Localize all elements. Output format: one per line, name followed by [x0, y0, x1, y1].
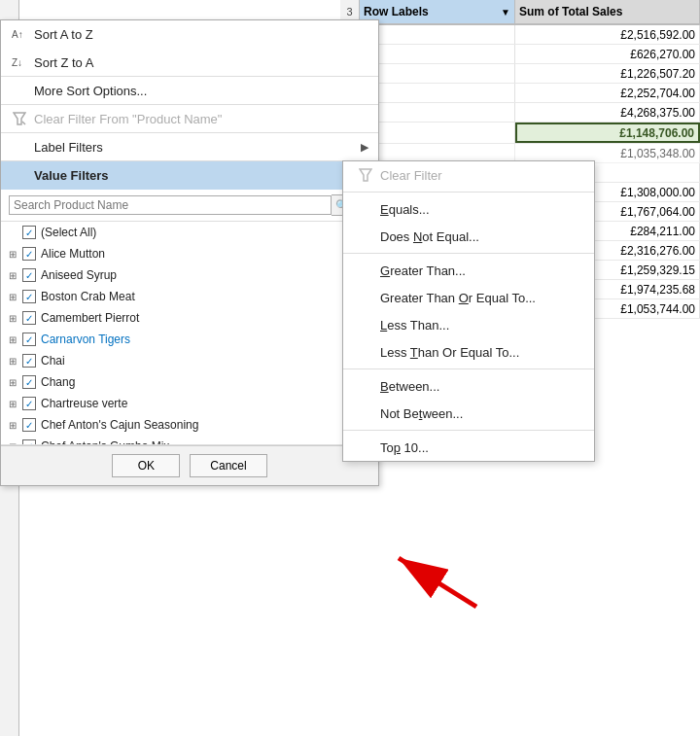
submenu-clear-filter-label: Clear Filter — [380, 168, 442, 183]
clear-filter-icon — [11, 110, 28, 127]
submenu-less-than[interactable]: Less Than... — [343, 311, 594, 338]
submenu-greater-equal[interactable]: Greater Than Or Equal To... — [343, 284, 594, 311]
row-labels-col-header[interactable]: Row Labels ▼ — [360, 0, 515, 23]
submenu-greater-than-icon — [357, 262, 374, 279]
chang-plus: ⊞ — [9, 377, 20, 388]
submenu-equals-icon — [357, 200, 374, 218]
pivot-row-1: 4 £2,516,592.00 — [340, 25, 700, 45]
clear-filter-item[interactable]: Clear Filter From "Product Name" — [1, 105, 378, 133]
submenu-less-equal-icon — [357, 343, 374, 361]
submenu-between-icon — [357, 377, 374, 395]
checkbox-aniseed-syrup[interactable]: ⊞ ✓ Aniseed Syrup — [1, 264, 378, 286]
filter-dropdown-icon[interactable]: ▼ — [501, 7, 510, 18]
chang-checkbox[interactable]: ✓ — [22, 375, 36, 389]
camembert-checkbox[interactable]: ✓ — [22, 311, 36, 325]
checkbox-chef-gumbo[interactable]: ⊞ ✓ Chef Anton's Gumbo Mix — [1, 436, 378, 445]
aniseed-syrup-plus: ⊞ — [9, 270, 20, 281]
more-sort-label: More Sort Options... — [34, 84, 368, 98]
ok-button[interactable]: OK — [112, 454, 180, 477]
value-filters-item[interactable]: Value Filters ▶ — [1, 161, 378, 190]
submenu-between[interactable]: Between... — [343, 372, 594, 400]
submenu-separator-3 — [343, 368, 594, 369]
submenu-not-equal[interactable]: Does Not Equal... — [343, 223, 594, 250]
chef-gumbo-plus: ⊞ — [9, 441, 20, 446]
carnarvon-label: Carnarvon Tigers — [41, 333, 130, 346]
submenu-funnel-icon — [357, 166, 374, 184]
alice-mutton-plus: ⊞ — [9, 249, 20, 260]
checkbox-boston-crab-meat[interactable]: ⊞ ✓ Boston Crab Meat — [1, 286, 378, 307]
search-input[interactable] — [9, 195, 332, 215]
submenu-not-equal-icon — [357, 228, 374, 245]
submenu-greater-equal-label: Greater Than Or Equal To... — [380, 291, 536, 305]
submenu-not-between[interactable]: Not Between... — [343, 400, 594, 427]
search-box-container: 🔍 ▼ — [1, 190, 378, 222]
submenu-separator-1 — [343, 192, 594, 193]
value-filters-icon — [11, 166, 28, 184]
submenu-greater-than-label: Greater Than... — [380, 263, 466, 278]
submenu-separator-4 — [343, 430, 594, 431]
chai-checkbox[interactable]: ✓ — [22, 354, 36, 368]
submenu-less-equal-label: Less Than Or Equal To... — [380, 345, 519, 360]
submenu-clear-filter[interactable]: Clear Filter — [343, 161, 594, 189]
submenu-top10-icon — [357, 438, 374, 456]
submenu-not-equal-label: Does Not Equal... — [380, 229, 479, 244]
chef-cajun-checkbox[interactable]: ✓ — [22, 418, 36, 432]
alice-mutton-label: Alice Mutton — [41, 247, 105, 261]
submenu-equals[interactable]: Equals... — [343, 195, 594, 223]
carnarvon-checkbox[interactable]: ✓ — [22, 333, 36, 346]
sort-za-label: Sort Z to A — [34, 55, 368, 70]
value-filters-submenu: Clear Filter Equals... Does Not Equal...… — [342, 160, 595, 462]
checkbox-chang[interactable]: ⊞ ✓ Chang — [1, 371, 378, 393]
pivot-row-4: 7 £2,252,704.00 — [340, 84, 700, 103]
svg-text:Z↓: Z↓ — [12, 57, 22, 68]
sum-total-sales-header: Sum of Total Sales — [515, 0, 700, 23]
pivot-row-6-selected: 9 £1,148,706.00 — [340, 123, 700, 144]
checkbox-chai[interactable]: ⊞ ✓ Chai — [1, 350, 378, 371]
value-filters-label: Value Filters — [34, 168, 361, 183]
chef-gumbo-checkbox[interactable]: ✓ — [22, 439, 36, 445]
more-sort-item[interactable]: More Sort Options... — [1, 77, 378, 105]
submenu-greater-equal-icon — [357, 289, 374, 306]
svg-line-3 — [22, 122, 25, 124]
submenu-top10[interactable]: Top 10... — [343, 434, 594, 461]
label-filters-arrow: ▶ — [361, 141, 368, 154]
select-all-checkbox[interactable]: ✓ — [22, 226, 36, 239]
chef-gumbo-label: Chef Anton's Gumbo Mix — [41, 439, 169, 445]
camembert-label: Camembert Pierrot — [41, 311, 139, 325]
pivot-row-2: 5 £626,270.00 — [340, 45, 700, 64]
submenu-not-between-label: Not Between... — [380, 406, 463, 421]
label-filters-item[interactable]: Label Filters ▶ — [1, 133, 378, 161]
checkbox-alice-mutton[interactable]: ⊞ ✓ Alice Mutton — [1, 243, 378, 264]
alice-mutton-checkbox[interactable]: ✓ — [22, 247, 36, 261]
boston-crab-checkbox[interactable]: ✓ — [22, 290, 36, 303]
boston-crab-plus: ⊞ — [9, 292, 20, 302]
sort-za-item[interactable]: Z↓ Sort Z to A — [1, 49, 378, 77]
cancel-button[interactable]: Cancel — [190, 454, 266, 477]
submenu-separator-2 — [343, 253, 594, 254]
submenu-less-than-label: Less Than... — [380, 318, 449, 333]
chartreuse-plus: ⊞ — [9, 399, 20, 409]
submenu-greater-than[interactable]: Greater Than... — [343, 257, 594, 284]
submenu-less-equal[interactable]: Less Than Or Equal To... — [343, 338, 594, 366]
aniseed-syrup-label: Aniseed Syrup — [41, 268, 117, 282]
checkbox-chef-cajun[interactable]: ⊞ ✓ Chef Anton's Cajun Seasoning — [1, 414, 378, 436]
product-checkbox-list: ✓ (Select All) ⊞ ✓ Alice Mutton ⊞ ✓ Anis… — [1, 222, 378, 445]
submenu-not-between-icon — [357, 404, 374, 422]
pivot-row-3: 6 £1,226,507.20 — [340, 64, 700, 84]
select-all-label: (Select All) — [41, 226, 96, 239]
boston-crab-label: Boston Crab Meat — [41, 290, 135, 303]
filter-dropdown-panel: A↑ Sort A to Z Z↓ Sort Z to A More Sort … — [0, 19, 379, 486]
label-filters-icon — [11, 138, 28, 156]
sort-az-icon: A↑ — [11, 25, 28, 43]
sort-az-item[interactable]: A↑ Sort A to Z — [1, 20, 378, 49]
checkbox-camembert-pierrot[interactable]: ⊞ ✓ Camembert Pierrot — [1, 307, 378, 329]
svg-text:A↑: A↑ — [12, 29, 23, 40]
svg-marker-4 — [360, 169, 371, 181]
chartreuse-checkbox[interactable]: ✓ — [22, 397, 36, 410]
chai-plus: ⊞ — [9, 356, 20, 367]
pivot-row-5: 8 £4,268,375.00 — [340, 103, 700, 123]
checkbox-select-all[interactable]: ✓ (Select All) — [1, 222, 378, 243]
aniseed-syrup-checkbox[interactable]: ✓ — [22, 268, 36, 282]
checkbox-carnarvon-tigers[interactable]: ⊞ ✓ Carnarvon Tigers — [1, 329, 378, 350]
checkbox-chartreuse-verte[interactable]: ⊞ ✓ Chartreuse verte — [1, 393, 378, 414]
